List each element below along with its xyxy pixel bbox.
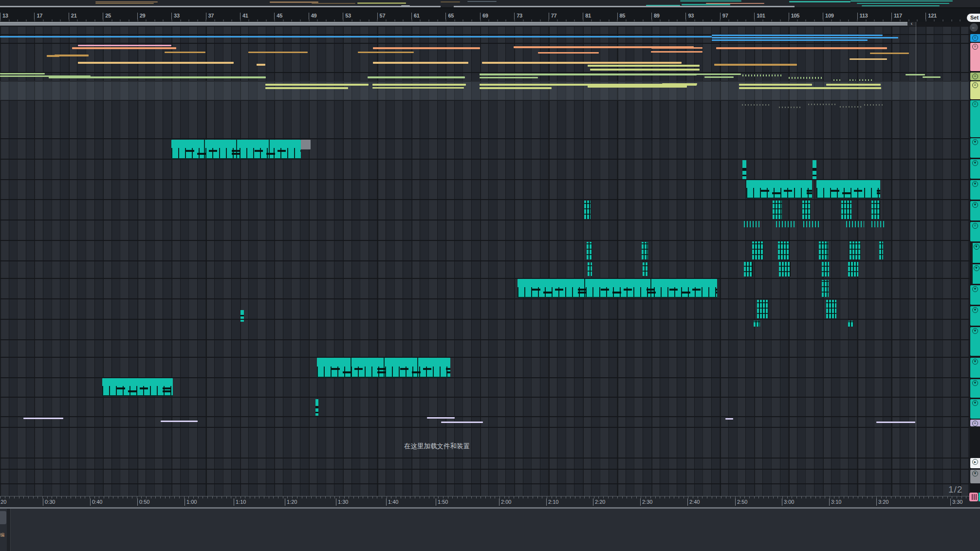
chevron-down-icon[interactable]: ▼ xyxy=(972,286,978,292)
note-bars[interactable] xyxy=(779,262,791,276)
song-end-marker xyxy=(916,22,916,496)
track-header-chip[interactable]: ▼ xyxy=(970,379,980,398)
track-header-chip[interactable]: ≡ xyxy=(970,420,980,426)
chevron-down-icon[interactable]: ▼ xyxy=(972,328,978,334)
note-dashes xyxy=(808,104,835,105)
time-label: 0:40 xyxy=(90,498,102,506)
track-header-chip[interactable]: ▶ xyxy=(970,458,980,468)
track-header-chip[interactable]: ▼ xyxy=(970,306,980,326)
track-header-chip[interactable]: ▼ xyxy=(970,201,980,220)
midi-clip[interactable] xyxy=(102,378,173,396)
note-bars[interactable] xyxy=(841,201,851,219)
track-header-chip[interactable]: ≡ xyxy=(970,81,980,99)
note-bars[interactable] xyxy=(584,201,591,219)
chevron-down-icon[interactable]: ▼ xyxy=(972,400,978,406)
beat-ruler[interactable]: 1317212529333741454953576165697377818589… xyxy=(0,8,980,22)
note-bars[interactable] xyxy=(850,241,861,259)
overview-clip-mark xyxy=(270,1,318,3)
note-bars[interactable] xyxy=(826,300,836,318)
note-bars[interactable] xyxy=(588,262,592,276)
menu-icon[interactable]: ≡ xyxy=(972,421,978,426)
track-header-chip[interactable]: ≡ xyxy=(970,73,980,80)
time-ruler[interactable]: 0:200:300:400:501:001:101:201:301:401:50… xyxy=(0,496,980,507)
chevron-down-icon[interactable]: ▼ xyxy=(972,307,978,313)
bar-number: 37 xyxy=(206,13,214,19)
chevron-down-icon[interactable]: ▼ xyxy=(972,380,978,386)
note-bars[interactable] xyxy=(778,241,789,259)
note-bars[interactable] xyxy=(802,201,811,219)
panel-side-box[interactable] xyxy=(0,511,6,524)
track-header-chip[interactable]: ≡ xyxy=(970,100,980,137)
note-bars[interactable] xyxy=(744,262,753,276)
midi-clip[interactable] xyxy=(746,180,812,199)
menu-icon[interactable]: ≡ xyxy=(972,82,978,88)
chevron-down-icon[interactable]: ▼ xyxy=(972,139,978,145)
note-bars[interactable] xyxy=(773,201,782,219)
chevron-down-icon[interactable]: ▼ xyxy=(972,181,978,187)
track-header-chip[interactable]: ▼ xyxy=(970,358,980,378)
clip-box[interactable] xyxy=(301,140,311,149)
track-header-chip[interactable]: ▼ xyxy=(970,138,980,158)
track-header-chip[interactable]: ▼ xyxy=(970,285,980,305)
thin-clip[interactable] xyxy=(240,310,244,322)
time-label: 2:30 xyxy=(640,498,652,506)
midi-clip[interactable] xyxy=(317,358,450,378)
note-bars[interactable] xyxy=(819,241,828,259)
thin-clip[interactable] xyxy=(315,399,318,416)
track-header-chip[interactable]: ▼ xyxy=(970,159,980,179)
midi-clip[interactable] xyxy=(171,140,301,159)
arrangement-overview[interactable] xyxy=(0,0,980,8)
previous-locator-button[interactable]: ← xyxy=(970,23,978,32)
menu-icon[interactable]: ≡ xyxy=(972,223,978,229)
track-header-chip[interactable]: ≡ xyxy=(970,34,980,42)
chevron-down-icon[interactable]: ▼ xyxy=(974,265,980,271)
scroll-zoom-handle[interactable] xyxy=(0,22,908,26)
track-header-chip[interactable]: ▼ xyxy=(970,180,980,200)
thin-clip[interactable] xyxy=(742,160,746,179)
note-bars[interactable] xyxy=(871,201,880,219)
note-bars[interactable] xyxy=(848,262,858,276)
track-header-chip[interactable]: ▼ xyxy=(970,327,980,356)
track-header-chip[interactable]: ▼ xyxy=(972,264,980,284)
menu-icon[interactable]: ≡ xyxy=(972,44,978,50)
note-bars[interactable] xyxy=(822,262,829,276)
chevron-down-icon[interactable]: ▼ xyxy=(972,471,978,477)
note-bars[interactable] xyxy=(822,280,829,297)
menu-icon[interactable]: ≡ xyxy=(972,73,978,79)
track-row-separator xyxy=(0,138,969,139)
note-bars[interactable] xyxy=(587,242,592,259)
menu-icon[interactable]: ≡ xyxy=(972,101,978,107)
overview-viewport[interactable] xyxy=(0,6,441,7)
play-icon[interactable]: ▶ xyxy=(972,459,978,465)
bar-number: 53 xyxy=(343,13,351,19)
arrangement-grid[interactable] xyxy=(0,27,969,496)
end-marker-chevron-icon[interactable]: ‹ xyxy=(907,22,916,26)
track-row-separator xyxy=(0,72,969,73)
track-row-separator xyxy=(0,483,969,484)
chevron-down-icon[interactable]: ▼ xyxy=(972,160,978,166)
track-header-chip[interactable]: ▼ xyxy=(970,399,980,419)
note-bars[interactable] xyxy=(643,262,648,276)
note-bars[interactable] xyxy=(752,241,763,259)
chevron-down-icon[interactable]: ▼ xyxy=(972,202,978,208)
track-header-chip[interactable]: ≡ xyxy=(970,222,980,241)
chevron-down-icon[interactable]: ▼ xyxy=(974,244,980,250)
detail-panel[interactable]: 编 xyxy=(0,509,980,551)
note-dashes xyxy=(744,221,761,227)
chevron-down-icon[interactable]: ▼ xyxy=(972,359,978,365)
note-bars[interactable] xyxy=(757,300,768,318)
overview-viewport[interactable] xyxy=(454,6,795,7)
note-dashes xyxy=(779,107,801,108)
note-bars[interactable] xyxy=(754,321,760,327)
midi-clip[interactable] xyxy=(518,279,717,298)
note-bars[interactable] xyxy=(879,241,883,259)
menu-icon[interactable]: ≡ xyxy=(972,35,978,41)
note-bars[interactable] xyxy=(642,242,648,259)
track-header-chip[interactable]: ≡ xyxy=(970,43,980,71)
thin-clip[interactable] xyxy=(813,160,816,179)
note-bars[interactable] xyxy=(848,321,853,327)
midi-clip[interactable] xyxy=(816,180,880,199)
track-header-chip[interactable]: ▼ xyxy=(972,243,980,263)
set-locator-button[interactable]: Set xyxy=(967,14,980,22)
track-header-chip[interactable]: ▼ xyxy=(970,470,980,483)
